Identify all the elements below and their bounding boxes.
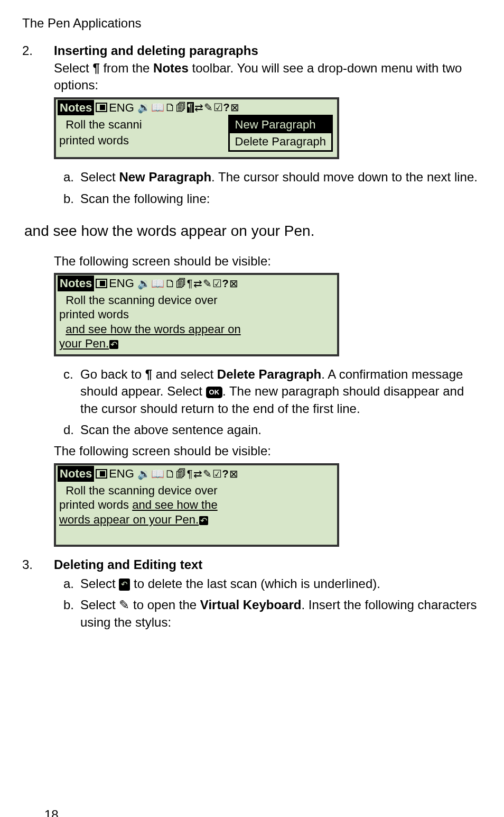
intro-pre: Select [54,61,92,75]
ss2-line3: and see how the words appear on [59,322,334,337]
d-text: Scan the above sentence again. [80,421,262,438]
help-icon: ? [222,469,229,479]
help-icon: ? [222,278,229,289]
section-number: 2. [22,42,54,212]
language-code-3: ENG [109,466,134,482]
undo-icon: ↶ [119,579,130,590]
a-pre: Select [80,170,119,184]
page-number: 18 [44,806,59,817]
files-icon: 🗐 [176,278,186,289]
pencil-icon-inline: ✎ [119,598,129,612]
notes-app-label: Notes [58,100,94,116]
section-intro: Select ¶ from the Notes toolbar. You wil… [54,60,482,94]
item-3b: b. Select ✎ to open the Virtual Keyboard… [63,596,482,631]
3a-post: to delete the last scan (which is underl… [130,576,380,591]
item-d: d. Scan the above sentence again. [63,421,482,438]
ss3-line2: printed words and see how the [59,498,334,512]
language-code: ENG [109,100,134,116]
section-3-title: Deleting and Editing text [54,556,482,573]
letter-3a: a. [63,575,80,592]
screenshot-after-new-paragraph: Notes ENG 🔉 📖 🗋 🗐 ¶ ⇄ ✎ ☑ ? ⊠ Roll the s… [54,273,339,356]
ss3-line3: words appear on your Pen.↶ [59,512,334,527]
page-header: The Pen Applications [22,15,482,32]
item-b: b. Scan the following line: [63,190,482,207]
pilcrow-icon: ¶ [92,61,99,75]
close-icon: ⊠ [229,469,238,479]
3a-pre: Select [80,576,119,591]
help-icon: ? [223,102,230,113]
new-file-icon: 🗋 [165,469,175,479]
item-c: c. Go back to ¶ and select Delete Paragr… [63,366,482,417]
language-code-2: ENG [109,276,134,291]
pilcrow-icon-2: ¶ [145,367,152,381]
notes-app-label-2: Notes [58,276,94,291]
letter-a: a. [63,169,80,186]
check-icon: ☑ [212,278,222,289]
pilcrow-toolbar-icon: ¶ [187,278,193,289]
section-title-text: Inserting and deleting paragraphs [54,43,258,58]
lang-indicator-icon-3 [96,469,107,479]
pilcrow-toolbar-icon[interactable]: ¶ [187,102,194,113]
c-bold: Delete Paragraph [217,367,321,381]
notes-titlebar: Notes ENG 🔉 📖 🗋 🗐 ¶ ⇄ ✎ ☑ ? ⊠ [56,99,337,116]
screenshot-after-delete-paragraph: Notes ENG 🔉 📖 🗋 🗐 ¶ ⇄ ✎ ☑ ? ⊠ Roll the s… [54,463,339,547]
screenshot-dropdown: Notes ENG 🔉 📖 🗋 🗐 ¶ ⇄ ✎ ☑ ? ⊠ Roll th [54,97,339,160]
notes-titlebar-3: Notes ENG 🔉 📖 🗋 🗐 ¶ ⇄ ✎ ☑ ? ⊠ [56,465,337,482]
a-bold: New Paragraph [119,170,211,184]
check-icon: ☑ [212,469,222,479]
toolbar-icons-3: 🔉 📖 🗋 🗐 ¶ ⇄ ✎ ☑ ? ⊠ [137,469,238,479]
letter-c: c. [63,366,80,417]
ss3-line1: Roll the scanning device over [59,483,334,498]
pencil-icon: ✎ [204,102,213,113]
section-number-3: 3. [22,556,54,636]
section-title: Inserting and deleting paragraphs [54,42,482,59]
notes-app-label-3: Notes [58,466,94,482]
pilcrow-toolbar-icon: ¶ [187,469,193,479]
new-file-icon: 🗋 [165,278,175,289]
speaker-icon: 🔉 [137,278,151,289]
dropdown-delete-paragraph[interactable]: Delete Paragraph [230,133,331,150]
letter-3b: b. [63,596,80,631]
scan-sentence: and see how the words appear on your Pen… [24,221,480,241]
item-3a: a. Select ↶ to delete the last scan (whi… [63,575,482,592]
intro-mid: from the [100,61,153,75]
swap-icon: ⇄ [194,102,203,113]
check-icon: ☑ [213,102,223,113]
section-3: 3. Deleting and Editing text a. Select ↶… [22,556,482,636]
dropdown-new-paragraph[interactable]: New Paragraph [230,116,331,133]
toolbar-icons: 🔉 📖 🗋 🗐 ¶ ⇄ ✎ ☑ ? ⊠ [137,102,239,113]
pencil-icon: ✎ [203,469,212,479]
ss2-line4: your Pen.↶ [59,336,334,351]
section-3-title-text: Deleting and Editing text [54,557,202,572]
new-file-icon: 🗋 [165,102,175,113]
c-pre: Go back to [80,367,145,381]
swap-icon: ⇄ [193,469,202,479]
swap-icon: ⇄ [193,278,202,289]
notes-titlebar-2: Notes ENG 🔉 📖 🗋 🗐 ¶ ⇄ ✎ ☑ ? ⊠ [56,275,337,292]
undo-last-icon-2: ↶ [199,516,208,525]
ss2-line1: Roll the scanning device over [59,293,334,308]
section-2: 2. Inserting and deleting paragraphs Sel… [22,42,482,212]
lang-indicator-icon-2 [96,279,107,288]
3b-mid: to open the [129,598,200,612]
letter-d: d. [63,421,80,438]
close-icon: ⊠ [230,102,239,113]
speaker-icon: 🔉 [137,102,151,113]
pencil-icon: ✎ [203,278,212,289]
a-post: . The cursor should move down to the nex… [211,170,478,184]
dict-icon: 📖 [151,469,164,479]
files-icon: 🗐 [176,469,186,479]
intro-notes: Notes [153,61,189,75]
letter-b: b. [63,190,80,207]
b-text: Scan the following line: [80,190,210,207]
undo-last-icon: ↶ [109,340,118,349]
paragraph-dropdown[interactable]: New Paragraph Delete Paragraph [228,115,333,151]
dict-icon: 📖 [151,102,164,113]
caption-1: The following screen should be visible: [54,253,482,270]
caption-2: The following screen should be visible: [54,443,482,460]
dict-icon: 📖 [151,278,164,289]
c-mid: and select [152,367,217,381]
3b-pre: Select [80,598,119,612]
toolbar-icons-2: 🔉 📖 🗋 🗐 ¶ ⇄ ✎ ☑ ? ⊠ [137,278,238,289]
close-icon: ⊠ [229,278,238,289]
